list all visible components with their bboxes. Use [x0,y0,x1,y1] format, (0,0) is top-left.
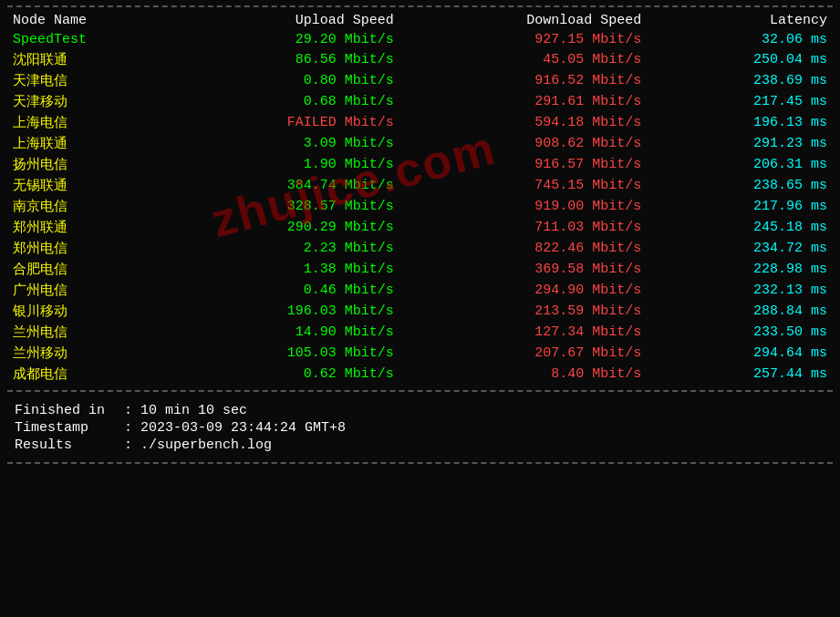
cell-upload: 328.57 Mbit/s [172,196,399,217]
cell-upload: 0.46 Mbit/s [172,280,399,301]
cell-upload: 29.20 Mbit/s [172,30,399,49]
cell-node-name: 沈阳联通 [7,49,172,70]
cell-latency: 196.13 ms [647,112,833,133]
cell-node-name: 广州电信 [7,280,172,301]
cell-upload: 1.38 Mbit/s [172,259,399,280]
cell-download: 916.57 Mbit/s [399,154,648,175]
cell-download: 908.62 Mbit/s [399,133,648,154]
table-row: 郑州电信2.23 Mbit/s822.46 Mbit/s234.72 ms [7,238,833,259]
col-upload-speed: Upload Speed [172,11,399,30]
bottom-border [7,462,833,464]
cell-node-name: 郑州联通 [7,217,172,238]
cell-download: 207.67 Mbit/s [399,343,648,364]
cell-download: 919.00 Mbit/s [399,196,648,217]
table-row: SpeedTest29.20 Mbit/s927.15 Mbit/s32.06 … [7,30,833,49]
table-row: 天津移动0.68 Mbit/s291.61 Mbit/s217.45 ms [7,91,833,112]
cell-latency: 232.13 ms [647,280,833,301]
cell-upload: FAILED Mbit/s [172,112,399,133]
cell-download: 711.03 Mbit/s [399,217,648,238]
cell-latency: 228.98 ms [647,259,833,280]
table-row: 郑州联通290.29 Mbit/s711.03 Mbit/s245.18 ms [7,217,833,238]
cell-latency: 217.45 ms [647,91,833,112]
cell-latency: 238.69 ms [647,70,833,91]
cell-latency: 257.44 ms [647,364,833,385]
cell-download: 213.59 Mbit/s [399,301,648,322]
main-container: zhujice.com Node Name Upload Speed Downl… [0,0,840,469]
table-row: 天津电信0.80 Mbit/s916.52 Mbit/s238.69 ms [7,70,833,91]
cell-node-name: 无锡联通 [7,175,172,196]
cell-node-name: 上海电信 [7,112,172,133]
cell-node-name: 天津电信 [7,70,172,91]
cell-latency: 238.65 ms [647,175,833,196]
cell-latency: 250.04 ms [647,49,833,70]
footer-section: Finished in : 10 min 10 sec Timestamp : … [7,397,833,458]
col-node-name: Node Name [7,11,172,30]
cell-node-name: 兰州电信 [7,322,172,343]
footer-results: Results : ./superbench.log [15,437,825,453]
cell-latency: 234.72 ms [647,238,833,259]
cell-download: 291.61 Mbit/s [399,91,648,112]
cell-latency: 233.50 ms [647,322,833,343]
cell-download: 916.52 Mbit/s [399,70,648,91]
cell-latency: 291.23 ms [647,133,833,154]
col-download-speed: Download Speed [399,11,648,30]
timestamp-value: : 2023-03-09 23:44:24 GMT+8 [124,420,346,436]
cell-node-name: SpeedTest [7,30,172,49]
cell-latency: 294.64 ms [647,343,833,364]
cell-download: 127.34 Mbit/s [399,322,648,343]
cell-upload: 3.09 Mbit/s [172,133,399,154]
footer-finished: Finished in : 10 min 10 sec [15,403,825,418]
table-row: 扬州电信1.90 Mbit/s916.57 Mbit/s206.31 ms [7,154,833,175]
cell-latency: 217.96 ms [647,196,833,217]
cell-node-name: 合肥电信 [7,259,172,280]
cell-upload: 196.03 Mbit/s [172,301,399,322]
cell-upload: 86.56 Mbit/s [172,49,399,70]
table-row: 南京电信328.57 Mbit/s919.00 Mbit/s217.96 ms [7,196,833,217]
results-value: : ./superbench.log [124,437,272,453]
cell-latency: 245.18 ms [647,217,833,238]
cell-latency: 288.84 ms [647,301,833,322]
cell-upload: 0.62 Mbit/s [172,364,399,385]
table-row: 无锡联通384.74 Mbit/s745.15 Mbit/s238.65 ms [7,175,833,196]
cell-download: 594.18 Mbit/s [399,112,648,133]
cell-download: 369.58 Mbit/s [399,259,648,280]
finished-label: Finished in [15,403,124,418]
cell-upload: 2.23 Mbit/s [172,238,399,259]
middle-divider [7,390,833,392]
cell-latency: 32.06 ms [647,30,833,49]
timestamp-label: Timestamp [15,420,124,436]
cell-upload: 0.80 Mbit/s [172,70,399,91]
results-label: Results [15,437,124,453]
cell-node-name: 成都电信 [7,364,172,385]
table-row: 合肥电信1.38 Mbit/s369.58 Mbit/s228.98 ms [7,259,833,280]
speed-table: Node Name Upload Speed Download Speed La… [7,11,833,385]
table-row: 上海电信FAILED Mbit/s594.18 Mbit/s196.13 ms [7,112,833,133]
finished-value: : 10 min 10 sec [124,403,247,418]
top-border [7,5,833,7]
cell-download: 294.90 Mbit/s [399,280,648,301]
col-latency: Latency [647,11,833,30]
cell-upload: 1.90 Mbit/s [172,154,399,175]
cell-node-name: 兰州移动 [7,343,172,364]
table-row: 兰州电信14.90 Mbit/s127.34 Mbit/s233.50 ms [7,322,833,343]
table-header: Node Name Upload Speed Download Speed La… [7,11,833,30]
table-row: 兰州移动105.03 Mbit/s207.67 Mbit/s294.64 ms [7,343,833,364]
cell-node-name: 上海联通 [7,133,172,154]
cell-download: 745.15 Mbit/s [399,175,648,196]
cell-download: 8.40 Mbit/s [399,364,648,385]
table-row: 广州电信0.46 Mbit/s294.90 Mbit/s232.13 ms [7,280,833,301]
cell-latency: 206.31 ms [647,154,833,175]
cell-upload: 14.90 Mbit/s [172,322,399,343]
cell-upload: 105.03 Mbit/s [172,343,399,364]
cell-node-name: 郑州电信 [7,238,172,259]
table-row: 沈阳联通86.56 Mbit/s45.05 Mbit/s250.04 ms [7,49,833,70]
table-row: 成都电信0.62 Mbit/s8.40 Mbit/s257.44 ms [7,364,833,385]
table-row: 银川移动196.03 Mbit/s213.59 Mbit/s288.84 ms [7,301,833,322]
cell-download: 45.05 Mbit/s [399,49,648,70]
table-row: 上海联通3.09 Mbit/s908.62 Mbit/s291.23 ms [7,133,833,154]
cell-node-name: 天津移动 [7,91,172,112]
cell-node-name: 南京电信 [7,196,172,217]
cell-node-name: 银川移动 [7,301,172,322]
cell-download: 927.15 Mbit/s [399,30,648,49]
cell-upload: 290.29 Mbit/s [172,217,399,238]
